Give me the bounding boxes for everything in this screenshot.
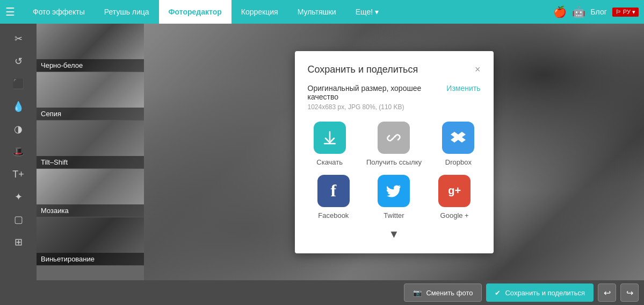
hamburger-menu[interactable]: ☰ (5, 5, 15, 18)
effect-tiltshift-label: Tilt–Shift (37, 156, 144, 168)
actions-row-1: Скачать Получить ссылку (308, 122, 481, 166)
twitter-action[interactable]: Twitter (378, 175, 410, 219)
exposure-tool[interactable]: ⬛ (6, 73, 30, 95)
effect-mosaic-label: Мозаика (37, 204, 144, 217)
effect-tiltshift[interactable]: Tilt–Shift (37, 120, 144, 169)
link-icon (378, 122, 410, 154)
change-photo-label: Сменить фото (426, 289, 473, 297)
undo-icon: ↩ (604, 288, 611, 298)
twitter-icon (378, 175, 410, 207)
modal-info: Оригинальный размер, хорошее качество Из… (308, 84, 481, 111)
effect-vignette[interactable]: Виньетирование (37, 217, 144, 266)
change-photo-button[interactable]: 📷 Сменить фото (404, 283, 482, 302)
main-area: ✂ ↺ ⬛ 💧 ◑ 🎩 T+ ✦ ▢ ⊞ Черно-белое Сепия T… (0, 24, 644, 280)
nav-right: 🍎 🤖 Блог 🏳 РУ ▾ (553, 5, 639, 18)
effect-mosaic[interactable]: Мозаика (37, 169, 144, 217)
text-tool[interactable]: T+ (6, 164, 30, 185)
nav-more[interactable]: Еще! ▾ (346, 0, 388, 24)
facebook-label: Facebook (318, 211, 349, 219)
frame-tool[interactable]: ▢ (6, 209, 30, 230)
facebook-icon: f (317, 175, 350, 207)
retouch-tool[interactable]: 💧 (6, 96, 30, 117)
effect-bw-label: Черно-белое (37, 59, 144, 72)
nav-retouch[interactable]: Ретушь лица (95, 0, 159, 24)
redo-button[interactable]: ↪ (620, 283, 639, 302)
top-nav: ☰ Фото эффекты Ретушь лица Фоторедактор … (0, 0, 644, 24)
nav-photo-editor[interactable]: Фоторедактор (159, 0, 231, 24)
checkmark-icon: ✔ (495, 289, 501, 297)
modal-overlay: Сохранить и поделиться × Оригинальный ра… (144, 24, 644, 280)
redo-icon: ↪ (626, 288, 633, 298)
download-label: Скачать (316, 158, 343, 166)
undo-button[interactable]: ↩ (598, 283, 616, 302)
save-share-button[interactable]: ✔ Сохранить и поделиться (486, 283, 594, 302)
svg-marker-0 (451, 132, 466, 143)
camera-icon: 📷 (413, 289, 422, 297)
get-link-action[interactable]: Получить ссылку (366, 122, 422, 166)
crop-tool[interactable]: ✂ (6, 28, 30, 49)
quality-change-link[interactable]: Изменить (446, 84, 480, 93)
actions-row-2: f Facebook Twitter g+ Google + (308, 175, 481, 219)
grid-tool[interactable]: ⊞ (6, 231, 30, 253)
modal-title: Сохранить и поделиться (308, 64, 418, 75)
left-toolbar: ✂ ↺ ⬛ 💧 ◑ 🎩 T+ ✦ ▢ ⊞ (0, 24, 37, 280)
effect-vignette-label: Виньетирование (37, 253, 144, 265)
save-label: Сохранить и поделиться (505, 289, 585, 297)
sticker-tool[interactable]: ✦ (6, 186, 30, 208)
nav-cartoon[interactable]: Мультяшки (288, 0, 346, 24)
get-link-label: Получить ссылку (366, 158, 422, 166)
contrast-tool[interactable]: ◑ (6, 118, 30, 140)
blog-link[interactable]: Блог (591, 8, 607, 16)
rotate-tool[interactable]: ↺ (6, 51, 30, 72)
android-icon[interactable]: 🤖 (572, 5, 585, 18)
dropbox-action[interactable]: Dropbox (442, 122, 474, 166)
googleplus-icon: g+ (438, 175, 471, 207)
modal-close-button[interactable]: × (475, 64, 481, 75)
effect-sepia[interactable]: Сепия (37, 72, 144, 120)
show-more-button[interactable]: ▼ (389, 228, 400, 240)
dropbox-label: Dropbox (445, 158, 472, 166)
googleplus-label: Google + (440, 211, 469, 219)
language-selector[interactable]: 🏳 РУ ▾ (612, 8, 639, 17)
hat-tool[interactable]: 🎩 (6, 141, 30, 162)
effects-panel: Черно-белое Сепия Tilt–Shift Мозаика Вин… (37, 24, 144, 280)
save-share-modal: Сохранить и поделиться × Оригинальный ра… (295, 51, 494, 253)
nav-photo-effects[interactable]: Фото эффекты (23, 0, 95, 24)
modal-header: Сохранить и поделиться × (308, 64, 481, 75)
twitter-label: Twitter (383, 211, 404, 219)
modal-more-section: ▼ (308, 228, 481, 240)
download-icon (314, 122, 346, 154)
bottom-bar: 📷 Сменить фото ✔ Сохранить и поделиться … (0, 280, 644, 305)
effect-bw[interactable]: Черно-белое (37, 24, 144, 72)
effect-sepia-label: Сепия (37, 108, 144, 120)
quality-label: Оригинальный размер, хорошее качество (308, 84, 447, 101)
apple-icon[interactable]: 🍎 (553, 5, 567, 18)
facebook-action[interactable]: f Facebook (317, 175, 350, 219)
canvas-area: Сохранить и поделиться × Оригинальный ра… (144, 24, 644, 280)
nav-items: Фото эффекты Ретушь лица Фоторедактор Ко… (23, 0, 553, 24)
googleplus-action[interactable]: g+ Google + (438, 175, 471, 219)
quality-sub: 1024x683 px, JPG 80%, (110 KB) (308, 103, 481, 111)
nav-correction[interactable]: Коррекция (231, 0, 288, 24)
dropbox-icon (442, 122, 474, 154)
download-action[interactable]: Скачать (314, 122, 346, 166)
